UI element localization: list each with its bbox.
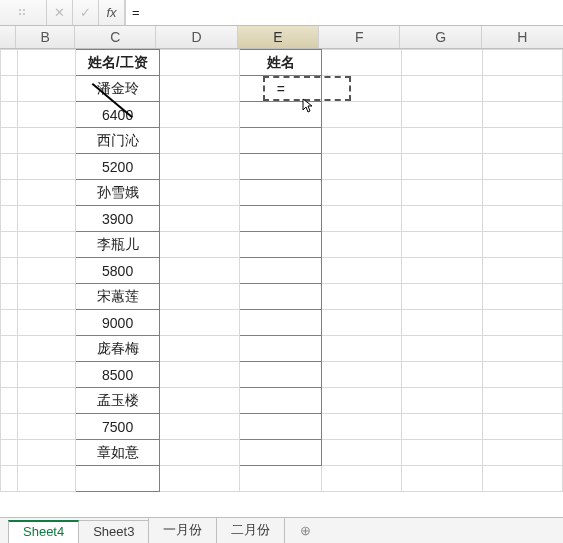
cell[interactable]: [402, 362, 482, 388]
row-header[interactable]: [1, 206, 18, 232]
row-header[interactable]: [1, 362, 18, 388]
cell-C[interactable]: 8500: [76, 362, 160, 388]
cell[interactable]: [17, 440, 75, 466]
col-header-E[interactable]: E: [238, 26, 319, 48]
cell-C[interactable]: 5200: [76, 154, 160, 180]
cell[interactable]: [240, 388, 322, 414]
cell[interactable]: [160, 102, 240, 128]
cell[interactable]: [482, 414, 562, 440]
cell[interactable]: [240, 258, 322, 284]
cell-C[interactable]: 7500: [76, 414, 160, 440]
cell-C[interactable]: 6400: [76, 102, 160, 128]
cell[interactable]: [402, 128, 482, 154]
header-name-salary[interactable]: 姓名/工资: [76, 50, 160, 76]
cell[interactable]: [402, 310, 482, 336]
col-header-D[interactable]: D: [156, 26, 237, 48]
cell[interactable]: [402, 232, 482, 258]
row-header[interactable]: [1, 258, 18, 284]
cell-C[interactable]: 西门沁: [76, 128, 160, 154]
cell[interactable]: [160, 310, 240, 336]
cell[interactable]: [482, 180, 562, 206]
cell[interactable]: [402, 154, 482, 180]
cell[interactable]: [17, 76, 75, 102]
cell[interactable]: [482, 388, 562, 414]
cell[interactable]: [17, 258, 75, 284]
cell-C[interactable]: 庞春梅: [76, 336, 160, 362]
cell[interactable]: [322, 128, 402, 154]
cell[interactable]: [240, 128, 322, 154]
cell[interactable]: [240, 414, 322, 440]
cell[interactable]: [160, 466, 240, 492]
select-all-corner[interactable]: [0, 26, 16, 48]
cell[interactable]: [240, 466, 322, 492]
cell[interactable]: [17, 206, 75, 232]
col-header-B[interactable]: B: [16, 26, 75, 48]
cell-C[interactable]: 孟玉楼: [76, 388, 160, 414]
row-header[interactable]: [1, 466, 18, 492]
cell[interactable]: [240, 310, 322, 336]
cell[interactable]: [160, 154, 240, 180]
cell[interactable]: [240, 102, 322, 128]
cell[interactable]: [402, 206, 482, 232]
cell[interactable]: [322, 310, 402, 336]
row-header[interactable]: [1, 336, 18, 362]
cell[interactable]: [17, 284, 75, 310]
cell[interactable]: [17, 128, 75, 154]
cell-C[interactable]: [76, 466, 160, 492]
cell[interactable]: [482, 128, 562, 154]
cell[interactable]: [322, 414, 402, 440]
header-name[interactable]: 姓名: [240, 50, 322, 76]
cell[interactable]: [482, 440, 562, 466]
formula-input[interactable]: =: [125, 0, 563, 25]
cell[interactable]: [17, 336, 75, 362]
cell[interactable]: [160, 258, 240, 284]
cell[interactable]: [322, 440, 402, 466]
cell[interactable]: [322, 206, 402, 232]
cell[interactable]: [322, 154, 402, 180]
cell[interactable]: [17, 466, 75, 492]
cancel-formula-icon[interactable]: ✕: [47, 0, 73, 25]
cell[interactable]: [402, 440, 482, 466]
cell[interactable]: [240, 180, 322, 206]
active-cell[interactable]: =: [240, 76, 322, 102]
cell[interactable]: [482, 206, 562, 232]
cell[interactable]: [240, 336, 322, 362]
row-header[interactable]: [1, 440, 18, 466]
cell[interactable]: [402, 414, 482, 440]
cell[interactable]: [17, 362, 75, 388]
row-header[interactable]: [1, 154, 18, 180]
cell[interactable]: [482, 154, 562, 180]
cell[interactable]: [160, 284, 240, 310]
cell[interactable]: [402, 50, 482, 76]
cell[interactable]: [322, 102, 402, 128]
cell[interactable]: [482, 50, 562, 76]
cell[interactable]: [482, 336, 562, 362]
sheet-tab-jan[interactable]: 一月份: [148, 517, 217, 543]
cell[interactable]: [160, 50, 240, 76]
cell[interactable]: [402, 466, 482, 492]
cell[interactable]: [322, 388, 402, 414]
sheet-tab-sheet3[interactable]: Sheet3: [78, 520, 149, 543]
cell[interactable]: [240, 154, 322, 180]
new-sheet-button[interactable]: ⊕: [296, 521, 314, 539]
cell[interactable]: [160, 128, 240, 154]
cell[interactable]: [17, 414, 75, 440]
cell[interactable]: [402, 102, 482, 128]
cell[interactable]: [160, 232, 240, 258]
col-header-G[interactable]: G: [400, 26, 481, 48]
cell[interactable]: [482, 232, 562, 258]
cell[interactable]: [240, 362, 322, 388]
row-header[interactable]: [1, 76, 18, 102]
cell[interactable]: [322, 258, 402, 284]
cell-C[interactable]: 李瓶儿: [76, 232, 160, 258]
row-header[interactable]: [1, 414, 18, 440]
cell[interactable]: [240, 206, 322, 232]
name-box-handle[interactable]: [0, 0, 47, 25]
cell-C[interactable]: 宋蕙莲: [76, 284, 160, 310]
row-header[interactable]: [1, 284, 18, 310]
cell[interactable]: [160, 440, 240, 466]
cell-C[interactable]: 9000: [76, 310, 160, 336]
cell-C[interactable]: 章如意: [76, 440, 160, 466]
sheet-tab-feb[interactable]: 二月份: [216, 517, 285, 543]
cell[interactable]: [160, 76, 240, 102]
